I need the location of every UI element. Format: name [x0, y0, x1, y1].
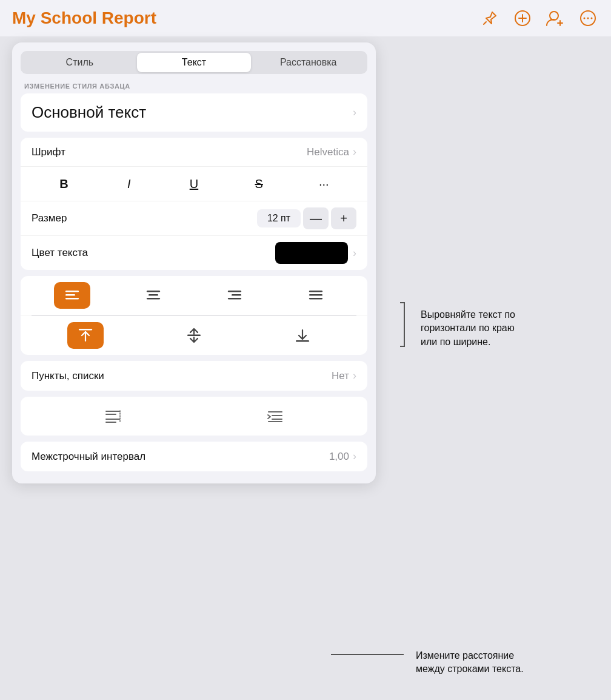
- line-spacing-label: Межстрочный интервал: [32, 451, 145, 463]
- font-value: Helvetica ›: [307, 146, 356, 158]
- tab-group: Стиль Текст Расстановка: [21, 51, 367, 74]
- h-align-row: [21, 276, 367, 315]
- svg-rect-36: [272, 415, 282, 416]
- font-card: Шрифт Helvetica › B I U S ··· Размер 12 …: [21, 138, 367, 270]
- bullets-card: Пункты, списки Нет ›: [21, 361, 367, 391]
- bracket-top: [400, 302, 405, 303]
- svg-rect-12: [65, 294, 75, 296]
- svg-rect-23: [79, 329, 92, 331]
- strikethrough-button[interactable]: S: [247, 173, 271, 195]
- bullets-label: Пункты, списки: [32, 370, 104, 382]
- svg-rect-33: [105, 422, 116, 423]
- spacing-row: [21, 397, 367, 436]
- format-panel: Стиль Текст Расстановка ИЗМЕНЕНИЕ СТИЛЯ …: [12, 42, 376, 483]
- align-center-button[interactable]: [135, 282, 172, 309]
- spacing-card: [21, 397, 367, 436]
- svg-rect-11: [65, 291, 79, 292]
- valign-bottom-button[interactable]: [284, 322, 321, 349]
- paragraph-spacing-button[interactable]: [98, 404, 128, 428]
- svg-rect-16: [147, 298, 160, 300]
- color-chevron: ›: [353, 247, 356, 260]
- text-style-row: B I U S ···: [21, 167, 367, 201]
- size-increase-button[interactable]: +: [331, 207, 356, 229]
- svg-point-4: [550, 12, 558, 20]
- bracket-line: [404, 302, 405, 346]
- size-row: Размер 12 пт — +: [21, 201, 367, 236]
- more-text-style-button[interactable]: ···: [312, 173, 336, 195]
- align-annotation-text: Выровняйте текст по горизонтали по краю …: [416, 302, 592, 349]
- line-spacing-value: 1,00 ›: [329, 450, 356, 463]
- indent-button[interactable]: [260, 404, 290, 428]
- svg-rect-14: [147, 291, 160, 292]
- align-annotation: Выровняйте текст по горизонтали по краю …: [416, 302, 592, 349]
- valign-middle-button[interactable]: [176, 322, 212, 349]
- svg-rect-28: [296, 340, 309, 342]
- svg-rect-30: [105, 411, 120, 412]
- bullets-row[interactable]: Пункты, списки Нет ›: [21, 361, 367, 391]
- user-add-icon[interactable]: [544, 7, 566, 29]
- svg-rect-21: [309, 294, 322, 296]
- svg-rect-31: [105, 414, 116, 415]
- italic-button[interactable]: I: [117, 173, 141, 195]
- underline-button[interactable]: U: [182, 173, 206, 195]
- svg-rect-22: [309, 298, 322, 300]
- para-style-card: Основной текст ›: [21, 93, 367, 132]
- v-align-row: [21, 316, 367, 355]
- svg-point-10: [591, 18, 593, 19]
- tab-arrangement[interactable]: Расстановка: [251, 53, 366, 72]
- bullets-value: Нет ›: [332, 369, 356, 382]
- font-label: Шрифт: [32, 146, 65, 158]
- size-decrease-button[interactable]: —: [303, 207, 329, 229]
- align-justify-button[interactable]: [298, 282, 334, 309]
- size-controls: 12 пт — +: [257, 207, 356, 229]
- pin-icon[interactable]: [479, 7, 501, 29]
- svg-rect-18: [232, 294, 241, 296]
- alignment-card: [21, 276, 367, 355]
- top-bar: My School Report: [0, 0, 611, 36]
- more-icon[interactable]: [577, 7, 599, 29]
- line-spacing-card: Межстрочный интервал 1,00 ›: [21, 442, 367, 471]
- align-right-button[interactable]: [216, 282, 253, 309]
- color-row[interactable]: Цвет текста ›: [21, 236, 367, 270]
- tab-text[interactable]: Текст: [137, 53, 252, 72]
- svg-rect-38: [268, 421, 282, 422]
- para-style-chevron: ›: [353, 106, 356, 119]
- toolbar-icons: [479, 7, 599, 29]
- bold-button[interactable]: B: [52, 173, 76, 195]
- size-value: 12 пт: [257, 209, 301, 227]
- svg-line-0: [484, 22, 486, 24]
- size-label: Размер: [32, 212, 67, 224]
- svg-rect-20: [309, 291, 322, 292]
- tab-style[interactable]: Стиль: [22, 53, 137, 72]
- document-title: My School Report: [12, 8, 468, 28]
- svg-rect-35: [268, 411, 282, 412]
- color-swatch[interactable]: [275, 242, 348, 264]
- svg-rect-15: [149, 294, 158, 296]
- bracket-bottom: [400, 346, 405, 347]
- svg-rect-19: [228, 298, 241, 300]
- svg-rect-37: [272, 419, 282, 420]
- ls-line: [331, 654, 404, 655]
- font-row[interactable]: Шрифт Helvetica ›: [21, 138, 367, 167]
- linespacing-annotation-text: Измените расстояние между строками текст…: [416, 649, 592, 676]
- valign-top-button[interactable]: [67, 322, 104, 349]
- para-style-row[interactable]: Основной текст ›: [21, 93, 367, 132]
- para-style-label: Основной текст: [32, 103, 146, 122]
- align-left-button[interactable]: [54, 282, 90, 309]
- color-label: Цвет текста: [32, 247, 88, 259]
- add-icon[interactable]: [512, 7, 533, 29]
- svg-rect-17: [228, 291, 241, 292]
- linespacing-annotation: Измените расстояние между строками текст…: [416, 649, 592, 676]
- svg-rect-13: [65, 298, 79, 300]
- section-label: ИЗМЕНЕНИЕ СТИЛЯ АБЗАЦА: [12, 82, 376, 90]
- svg-point-8: [584, 18, 586, 19]
- svg-point-9: [587, 18, 589, 19]
- line-spacing-row[interactable]: Межстрочный интервал 1,00 ›: [21, 442, 367, 471]
- svg-rect-32: [105, 419, 120, 420]
